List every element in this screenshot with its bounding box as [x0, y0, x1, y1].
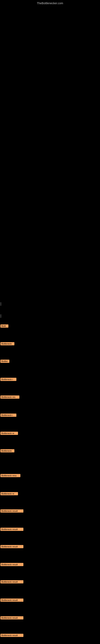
result-item-1[interactable]: Bottl: [0, 324, 8, 328]
bottleneck-result-label-12: Bottleneck result: [0, 528, 23, 531]
result-item-6[interactable]: Bottleneck r: [0, 413, 16, 417]
result-item-3[interactable]: Bottler: [0, 359, 9, 363]
bottleneck-result-label-1: Bottl: [0, 324, 8, 328]
bottleneck-result-label-2: Bottleneck: [0, 342, 14, 345]
bottleneck-result-label-18: Bottleneck result: [0, 634, 23, 637]
result-item-16[interactable]: Bottleneck result: [0, 598, 23, 602]
bottleneck-result-label-11: Bottleneck result: [0, 509, 23, 512]
bottleneck-result-label-10: Bottleneck re: [0, 492, 18, 495]
bottleneck-result-label-17: Bottleneck result: [0, 616, 23, 620]
site-title: TheBottlenecker.com: [37, 2, 63, 5]
bottleneck-result-label-8: Bottleneck: [0, 449, 14, 452]
bottleneck-result-label-6: Bottleneck r: [0, 414, 16, 417]
result-item-10[interactable]: Bottleneck re: [0, 492, 18, 495]
bottleneck-result-label-3: Bottler: [0, 360, 9, 363]
result-item-7[interactable]: Bottleneck re: [0, 431, 18, 435]
result-item-13[interactable]: Bottleneck result: [0, 544, 23, 548]
bottleneck-result-label-15: Bottleneck result: [0, 580, 23, 584]
bottleneck-result-label-14: Bottleneck result: [0, 563, 23, 566]
result-item-11[interactable]: Bottleneck result: [0, 509, 23, 512]
result-item-15[interactable]: Bottleneck result: [0, 580, 23, 584]
bottleneck-result-label-7: Bottleneck re: [0, 432, 18, 435]
bottleneck-result-label-5: Bottleneck res: [0, 396, 19, 399]
cursor-2: |: [0, 314, 1, 318]
result-item-9[interactable]: Bottleneck resu: [0, 474, 20, 477]
bottleneck-result-label-13: Bottleneck result: [0, 545, 23, 548]
result-item-14[interactable]: Bottleneck result: [0, 562, 23, 566]
result-item-2[interactable]: Bottleneck: [0, 342, 14, 345]
result-item-4[interactable]: Bottleneck r: [0, 377, 16, 381]
result-item-17[interactable]: Bottleneck result: [0, 616, 23, 620]
cursor-1: |: [0, 302, 1, 306]
bottleneck-result-label-4: Bottleneck r: [0, 378, 16, 381]
bottleneck-result-label-16: Bottleneck result: [0, 598, 23, 602]
bottleneck-result-label-9: Bottleneck resu: [0, 474, 20, 477]
result-item-12[interactable]: Bottleneck result: [0, 527, 23, 531]
result-item-8[interactable]: Bottleneck: [0, 449, 14, 452]
result-item-18[interactable]: Bottleneck result: [0, 633, 23, 637]
result-item-5[interactable]: Bottleneck res: [0, 395, 19, 399]
